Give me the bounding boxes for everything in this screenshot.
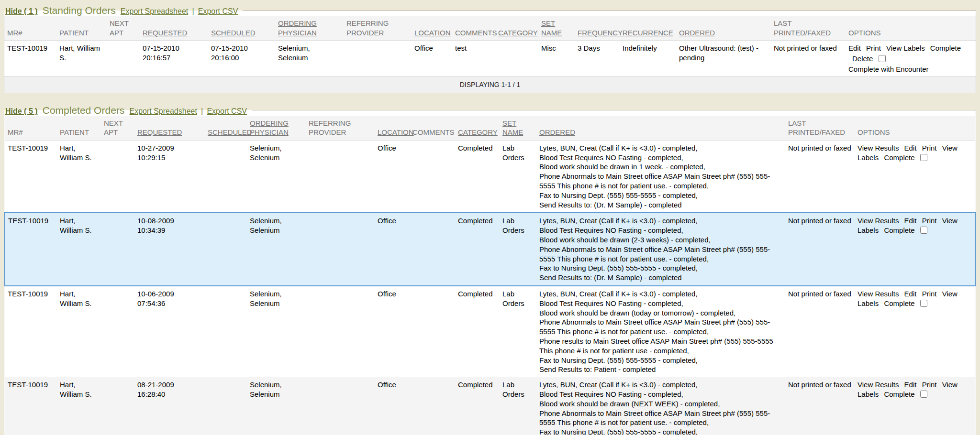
options-cell: Edit Print View Labels Complete Delete C… bbox=[846, 41, 976, 77]
ordered-cell: Other Ultrasound: (test) - pending bbox=[676, 41, 771, 77]
sort-scheduled-link[interactable]: SCHEDULED bbox=[208, 128, 252, 136]
set-name-cell: Misc bbox=[538, 41, 575, 77]
sort-scheduled-link[interactable]: SCHEDULED bbox=[211, 29, 256, 37]
completed-orders-table: MR# PATIENT NEXT APT REQUESTED SCHEDULED… bbox=[4, 116, 976, 435]
category-cell: Completed bbox=[455, 213, 500, 286]
complete-with-encounter-link[interactable]: Complete with Encounter bbox=[848, 65, 929, 73]
completed-orders-export-spreadsheet-link[interactable]: Export Spreadsheet bbox=[129, 107, 197, 115]
edit-link[interactable]: Edit bbox=[904, 381, 917, 389]
view-results-link[interactable]: View Results bbox=[858, 381, 899, 389]
standing-orders-hide-link[interactable]: Hide ( 1 ) bbox=[5, 7, 38, 15]
ordering-physician-cell: Selenium, Selenium bbox=[275, 41, 344, 77]
requested-cell: 10-06-2009 07:54:36 bbox=[134, 286, 205, 377]
completed-orders-header-row: MR# PATIENT NEXT APT REQUESTED SCHEDULED… bbox=[5, 116, 975, 141]
column-header-patient: PATIENT bbox=[56, 16, 107, 41]
mr-cell: TEST-10019 bbox=[4, 41, 56, 77]
requested-cell: 10-27-2009 10:29:15 bbox=[134, 140, 205, 213]
complete-link[interactable]: Complete bbox=[884, 153, 914, 162]
location-cell: Office bbox=[375, 140, 410, 213]
complete-checkbox[interactable] bbox=[920, 391, 927, 398]
sort-recurrence-link[interactable]: RECURRENCE bbox=[623, 29, 673, 37]
set-name-cell: Lab Orders bbox=[500, 213, 536, 286]
location-cell: Office bbox=[375, 377, 410, 435]
complete-checkbox[interactable] bbox=[920, 300, 927, 307]
print-link[interactable]: Print bbox=[922, 290, 937, 298]
sort-set-name-link[interactable]: SET NAME bbox=[502, 119, 523, 137]
complete-checkbox[interactable] bbox=[920, 154, 927, 161]
sort-requested-link[interactable]: REQUESTED bbox=[137, 128, 182, 136]
standing-order-row: TEST-10019 Hart, William S. 07-15-2010 2… bbox=[4, 41, 976, 77]
column-header-requested: REQUESTED bbox=[134, 116, 205, 141]
mr-cell: TEST-10019 bbox=[5, 140, 57, 213]
ordered-cell: Lytes, BUN, Creat (Call if K+ is <3.0) -… bbox=[536, 377, 785, 435]
standing-orders-export-spreadsheet-link[interactable]: Export Spreadsheet bbox=[121, 7, 188, 15]
scheduled-cell bbox=[205, 377, 247, 435]
standing-orders-pager-row: DISPLAYING 1-1 / 1 bbox=[4, 77, 976, 93]
sort-category-link[interactable]: CATEGORY bbox=[458, 128, 498, 136]
view-results-link[interactable]: View Results bbox=[858, 144, 899, 152]
completed-orders-title: Completed Orders bbox=[43, 105, 125, 116]
sort-frequency-link[interactable]: FREQUENCY bbox=[578, 29, 623, 37]
column-header-mr: MR# bbox=[5, 116, 57, 141]
location-cell: Office bbox=[375, 286, 410, 377]
completed-orders-export-csv-link[interactable]: Export CSV bbox=[207, 107, 247, 115]
ordering-physician-cell: Selenium, Selenium bbox=[247, 140, 306, 213]
scheduled-cell bbox=[205, 286, 247, 377]
sort-set-name-link[interactable]: SET NAME bbox=[541, 19, 562, 37]
complete-link[interactable]: Complete bbox=[884, 390, 914, 398]
column-header-scheduled: SCHEDULED bbox=[205, 116, 247, 141]
print-link[interactable]: Print bbox=[922, 381, 937, 389]
sort-ordered-link[interactable]: ORDERED bbox=[679, 29, 715, 37]
scheduled-cell bbox=[205, 140, 247, 213]
next-apt-cell bbox=[101, 286, 134, 377]
complete-link[interactable]: Complete bbox=[930, 44, 961, 52]
referring-provider-cell bbox=[306, 213, 375, 286]
requested-cell: 07-15-2010 20:16:57 bbox=[140, 41, 208, 77]
print-link[interactable]: Print bbox=[866, 44, 881, 52]
standing-orders-export-csv-link[interactable]: Export CSV bbox=[198, 7, 238, 15]
complete-link[interactable]: Complete bbox=[884, 299, 914, 307]
view-results-link[interactable]: View Results bbox=[858, 217, 899, 225]
sort-ordering-physician-link[interactable]: ORDERING PHYSICIAN bbox=[278, 19, 317, 37]
sort-requested-link[interactable]: REQUESTED bbox=[143, 29, 187, 37]
sort-ordering-physician-link[interactable]: ORDERING PHYSICIAN bbox=[250, 119, 289, 137]
sort-location-link[interactable]: LOCATION bbox=[378, 128, 414, 136]
category-cell: Completed bbox=[455, 286, 500, 377]
sort-ordered-link[interactable]: ORDERED bbox=[539, 128, 575, 136]
column-header-ordered: ORDERED bbox=[536, 116, 785, 141]
next-apt-cell bbox=[101, 213, 134, 286]
export-links-separator: | bbox=[201, 107, 203, 115]
last-printed-cell: Not printed or faxed bbox=[785, 377, 855, 435]
complete-checkbox[interactable] bbox=[920, 227, 927, 234]
print-link[interactable]: Print bbox=[922, 217, 937, 225]
column-header-location: LOCATION bbox=[412, 16, 452, 41]
delete-link[interactable]: Delete bbox=[852, 54, 873, 63]
column-header-referring-provider: REFERRING PROVIDER bbox=[344, 16, 412, 41]
edit-link[interactable]: Edit bbox=[904, 144, 917, 152]
view-labels-link[interactable]: View Labels bbox=[886, 44, 925, 52]
sort-location-link[interactable]: LOCATION bbox=[414, 29, 451, 37]
column-header-ordered: ORDERED bbox=[676, 16, 771, 41]
column-header-next-apt: NEXT APT bbox=[107, 16, 140, 41]
view-results-link[interactable]: View Results bbox=[858, 290, 899, 298]
column-header-options: OPTIONS bbox=[846, 16, 976, 41]
set-name-cell: Lab Orders bbox=[500, 140, 536, 213]
print-link[interactable]: Print bbox=[922, 144, 937, 152]
edit-link[interactable]: Edit bbox=[904, 290, 917, 298]
column-header-location: LOCATION bbox=[375, 116, 410, 141]
patient-cell: Hart, William S. bbox=[57, 286, 101, 377]
location-cell: Office bbox=[375, 213, 410, 286]
completed-orders-hide-link[interactable]: Hide ( 5 ) bbox=[5, 107, 38, 115]
column-header-patient: PATIENT bbox=[57, 116, 101, 141]
edit-link[interactable]: Edit bbox=[904, 217, 917, 225]
standing-orders-legend: Hide ( 1 ) Standing Orders Export Spread… bbox=[4, 5, 243, 16]
referring-provider-cell bbox=[306, 286, 375, 377]
edit-link[interactable]: Edit bbox=[848, 44, 861, 52]
recurrence-cell: Indefinitely bbox=[620, 41, 676, 77]
patient-cell: Hart, William S. bbox=[57, 213, 101, 286]
complete-link[interactable]: Complete bbox=[884, 226, 914, 234]
sort-category-link[interactable]: CATEGORY bbox=[498, 29, 538, 37]
complete-with-encounter-checkbox[interactable] bbox=[879, 55, 886, 62]
scheduled-cell: 07-15-2010 20:16:00 bbox=[208, 41, 275, 77]
column-header-category: CATEGORY bbox=[455, 116, 500, 141]
